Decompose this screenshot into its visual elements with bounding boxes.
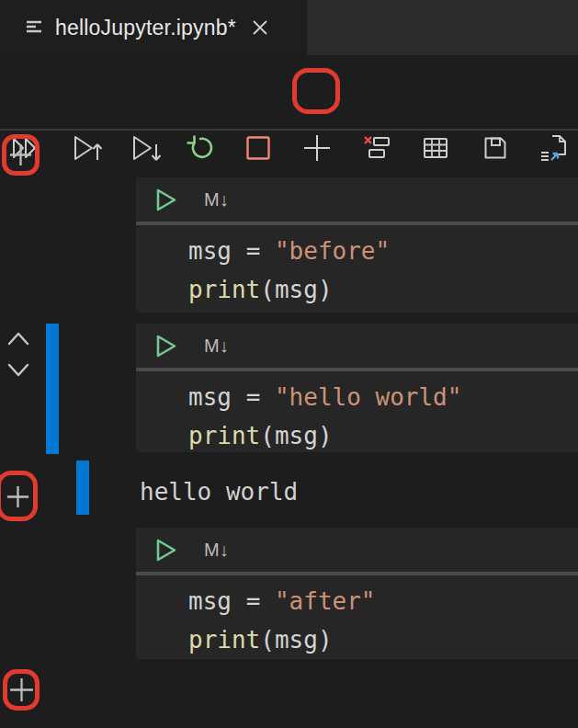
code-token: = [246, 587, 275, 615]
run-cell-icon [155, 334, 177, 358]
code-token: print [188, 422, 260, 449]
save-icon [482, 134, 509, 162]
tab-title: helloJupyter.ipynb* [55, 16, 236, 40]
run-above-icon [72, 132, 103, 164]
plus-icon [7, 142, 34, 168]
code-token: print [188, 626, 260, 654]
cell-code-editor[interactable]: msg = "before"print(msg) [136, 222, 578, 309]
insert-cell-top-button[interactable] [7, 142, 34, 168]
chevron-down-icon [6, 361, 30, 380]
cell-language-indicator[interactable]: M↓ [204, 336, 229, 357]
plus-icon [7, 676, 36, 704]
notebook-toolbar [0, 55, 578, 131]
close-icon[interactable] [249, 17, 271, 39]
code-line: msg = "hello world" [188, 378, 578, 416]
insert-cell-bottom-button[interactable] [7, 676, 36, 704]
code-line: print(msg) [188, 416, 578, 455]
code-token: print [188, 276, 260, 303]
code-line: print(msg) [188, 620, 578, 659]
run-cell-icon [155, 188, 177, 212]
restart-kernel-button[interactable] [178, 126, 222, 170]
code-token: = [246, 383, 275, 411]
variables-button[interactable] [414, 126, 458, 170]
code-token: (msg) [260, 626, 332, 654]
stop-icon [244, 134, 272, 162]
notebook-icon [24, 17, 44, 39]
code-token: "hello world" [275, 383, 462, 411]
code-cell: M↓ msg = "hello world"print(msg) [136, 324, 578, 452]
cell-toolbar: M↓ [136, 177, 578, 222]
restart-icon [186, 133, 215, 163]
tab-bar: helloJupyter.ipynb* [0, 0, 578, 55]
export-icon [538, 132, 570, 164]
output-selection-bar[interactable] [76, 461, 89, 515]
output-text: hello world [136, 478, 298, 506]
cell-selection-bar[interactable] [46, 324, 59, 454]
code-token: msg [188, 587, 246, 615]
chevron-up-icon [6, 329, 30, 347]
run-cell-icon [155, 538, 177, 563]
clear-outputs-icon [362, 133, 391, 163]
interrupt-kernel-button[interactable] [236, 126, 280, 170]
run-cell-button[interactable] [155, 188, 177, 212]
move-cell-down-button[interactable] [6, 361, 30, 380]
cell-code-editor[interactable]: msg = "after"print(msg) [136, 572, 578, 659]
plus-icon [5, 483, 31, 510]
code-token: = [246, 237, 275, 265]
code-line: msg = "before" [188, 232, 578, 270]
code-cell: M↓ msg = "before"print(msg) [136, 177, 578, 313]
run-above-button[interactable] [65, 126, 109, 170]
code-line: print(msg) [188, 270, 578, 309]
code-token: "after" [275, 587, 376, 615]
cell-toolbar: M↓ [136, 528, 578, 572]
code-line: msg = "after" [188, 582, 578, 620]
plus-icon [301, 132, 333, 164]
export-button[interactable] [532, 126, 576, 170]
annotation-ring-add-cell [292, 68, 340, 114]
code-token: (msg) [260, 422, 332, 449]
cell-language-indicator[interactable]: M↓ [204, 540, 229, 561]
save-button[interactable] [473, 126, 517, 170]
add-cell-button[interactable] [295, 126, 339, 170]
tab-hellojupyter[interactable]: helloJupyter.ipynb* [0, 0, 307, 55]
code-token: "before" [275, 237, 390, 265]
cell-output: hello world [136, 455, 578, 528]
insert-cell-middle-button[interactable] [5, 483, 31, 510]
cell-language-indicator[interactable]: M↓ [204, 189, 229, 210]
run-cell-button[interactable] [155, 538, 177, 563]
run-cell-button[interactable] [155, 334, 177, 358]
clear-all-outputs-button[interactable] [355, 126, 399, 170]
notebook-editor: helloJupyter.ipynb* [0, 0, 578, 728]
table-icon [421, 133, 450, 163]
move-cell-up-button[interactable] [6, 329, 30, 347]
cell-code-editor[interactable]: msg = "hello world"print(msg) [136, 368, 578, 455]
code-token: msg [188, 237, 246, 265]
cell-toolbar: M↓ [136, 324, 578, 368]
run-below-button[interactable] [124, 126, 168, 170]
run-below-icon [130, 132, 162, 164]
code-cell: M↓ msg = "after"print(msg) [136, 528, 578, 659]
code-token: (msg) [260, 276, 332, 303]
code-token: msg [188, 383, 246, 411]
